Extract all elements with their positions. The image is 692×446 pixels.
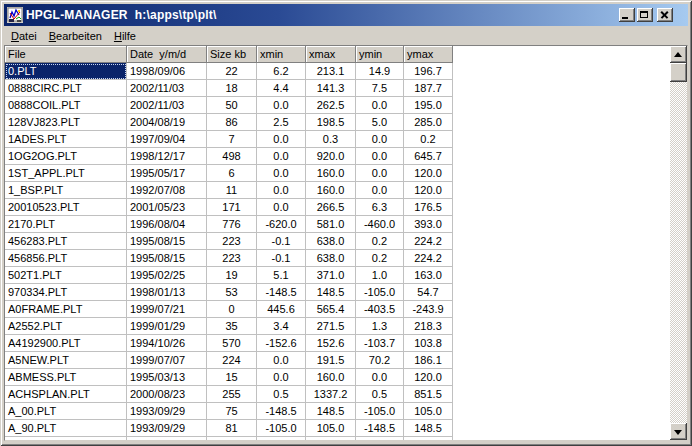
value-cell[interactable]: 0 — [207, 301, 257, 318]
scroll-down-button[interactable] — [670, 423, 687, 440]
value-cell[interactable]: 1995/05/17 — [127, 165, 207, 182]
value-cell[interactable]: 198.5 — [306, 114, 356, 131]
value-cell[interactable]: 0.5 — [356, 386, 404, 403]
value-cell[interactable]: 2002/11/03 — [127, 97, 207, 114]
value-cell[interactable]: 50 — [207, 97, 257, 114]
value-cell[interactable]: 141.3 — [306, 80, 356, 97]
value-cell[interactable]: 0.0 — [356, 369, 404, 386]
value-cell[interactable]: -460.0 — [356, 216, 404, 233]
file-cell[interactable]: 1_BSP.PLT — [5, 182, 127, 199]
value-cell[interactable]: 2001/05/23 — [127, 199, 207, 216]
value-cell[interactable]: 1995/03/13 — [127, 369, 207, 386]
value-cell[interactable]: 638.0 — [306, 250, 356, 267]
value-cell[interactable]: 1995/08/15 — [127, 233, 207, 250]
value-cell[interactable]: 160.0 — [306, 165, 356, 182]
value-cell[interactable]: 171 — [207, 199, 257, 216]
value-cell[interactable]: 1993/09/29 — [127, 403, 207, 420]
column-header-xmin[interactable]: xmin — [257, 46, 306, 63]
value-cell[interactable]: 195.0 — [404, 97, 453, 114]
value-cell[interactable]: 1999/07/07 — [127, 352, 207, 369]
value-cell[interactable]: 75 — [207, 403, 257, 420]
value-cell[interactable]: 223 — [207, 250, 257, 267]
value-cell[interactable]: 54.7 — [404, 284, 453, 301]
value-cell[interactable]: 1000.0 — [404, 437, 453, 440]
menu-item-bearbeiten[interactable]: Bearbeiten — [43, 28, 108, 44]
value-cell[interactable]: -105.0 — [257, 420, 306, 437]
value-cell[interactable]: 0.0 — [257, 131, 306, 148]
value-cell[interactable]: 223 — [207, 233, 257, 250]
value-cell[interactable]: 645.7 — [404, 148, 453, 165]
value-cell[interactable]: 1993/09/29 — [127, 420, 207, 437]
value-cell[interactable]: 1993/07/10 — [127, 437, 207, 440]
value-cell[interactable]: 638.0 — [306, 233, 356, 250]
value-cell[interactable]: 7 — [207, 131, 257, 148]
file-cell[interactable]: 0888COIL.PLT — [5, 97, 127, 114]
value-cell[interactable]: 3.4 — [257, 318, 306, 335]
value-cell[interactable]: 218.3 — [404, 318, 453, 335]
value-cell[interactable]: 120.0 — [404, 369, 453, 386]
value-cell[interactable]: 0.0 — [257, 369, 306, 386]
file-cell[interactable]: B_0.PLT — [5, 437, 127, 440]
value-cell[interactable]: -152.6 — [257, 335, 306, 352]
value-cell[interactable]: 0.0 — [257, 437, 306, 440]
value-cell[interactable]: 86 — [207, 114, 257, 131]
value-cell[interactable]: 5.0 — [356, 114, 404, 131]
value-cell[interactable]: 81 — [207, 420, 257, 437]
menu-item-hilfe[interactable]: Hilfe — [108, 28, 142, 44]
value-cell[interactable]: -148.5 — [257, 403, 306, 420]
value-cell[interactable]: 187.7 — [404, 80, 453, 97]
title-bar[interactable]: HPGL-MANAGER h:\apps\tp\plt\ — [4, 4, 688, 26]
value-cell[interactable]: 271.5 — [306, 318, 356, 335]
value-cell[interactable]: 0.0 — [257, 97, 306, 114]
value-cell[interactable]: 176.5 — [404, 199, 453, 216]
value-cell[interactable]: -103.7 — [356, 335, 404, 352]
column-header-file[interactable]: File — [5, 46, 127, 63]
value-cell[interactable]: 0.0 — [356, 182, 404, 199]
value-cell[interactable]: 148.5 — [306, 284, 356, 301]
value-cell[interactable]: 1996/08/04 — [127, 216, 207, 233]
value-cell[interactable]: 851.5 — [404, 386, 453, 403]
value-cell[interactable]: 920.0 — [306, 148, 356, 165]
value-cell[interactable]: 445.6 — [257, 301, 306, 318]
value-cell[interactable]: 191.5 — [306, 352, 356, 369]
value-cell[interactable]: 160.0 — [306, 182, 356, 199]
value-cell[interactable]: 0.0 — [356, 148, 404, 165]
close-button[interactable] — [657, 8, 673, 22]
value-cell[interactable]: 6.3 — [356, 199, 404, 216]
file-cell[interactable]: A0FRAME.PLT — [5, 301, 127, 318]
value-cell[interactable]: 1998/09/06 — [127, 63, 207, 80]
value-cell[interactable]: 120.0 — [404, 182, 453, 199]
value-cell[interactable]: -105.0 — [356, 284, 404, 301]
value-cell[interactable]: 18 — [207, 80, 257, 97]
value-cell[interactable]: 148.5 — [404, 420, 453, 437]
value-cell[interactable]: 213.1 — [306, 63, 356, 80]
value-cell[interactable]: 0.0 — [257, 352, 306, 369]
value-cell[interactable]: -148.5 — [356, 420, 404, 437]
value-cell[interactable]: 0.0 — [257, 165, 306, 182]
scroll-up-button[interactable] — [670, 46, 687, 63]
value-cell[interactable]: 152.6 — [306, 335, 356, 352]
file-cell[interactable]: 1OG2OG.PLT — [5, 148, 127, 165]
value-cell[interactable]: -105.0 — [356, 403, 404, 420]
file-cell[interactable]: 0.PLT — [5, 63, 127, 80]
value-cell[interactable]: -148.5 — [257, 284, 306, 301]
value-cell[interactable]: 2000/08/23 — [127, 386, 207, 403]
value-cell[interactable]: 0.2 — [356, 250, 404, 267]
value-cell[interactable]: 285.0 — [404, 114, 453, 131]
file-cell[interactable]: 1ADES.PLT — [5, 131, 127, 148]
file-cell[interactable]: 456283.PLT — [5, 233, 127, 250]
value-cell[interactable]: 224.2 — [404, 250, 453, 267]
value-cell[interactable]: -0.1 — [257, 233, 306, 250]
scrollbar-thumb[interactable] — [670, 63, 687, 82]
file-cell[interactable]: A_00.PLT — [5, 403, 127, 420]
value-cell[interactable]: 0.0 — [356, 97, 404, 114]
value-cell[interactable]: 1998/01/13 — [127, 284, 207, 301]
value-cell[interactable]: 224 — [207, 352, 257, 369]
value-cell[interactable]: 105.0 — [404, 403, 453, 420]
file-cell[interactable]: A5NEW.PLT — [5, 352, 127, 369]
value-cell[interactable]: 1.3 — [356, 318, 404, 335]
value-cell[interactable]: 565.4 — [306, 301, 356, 318]
column-header-ymin[interactable]: ymin — [356, 46, 404, 63]
value-cell[interactable]: 255 — [207, 386, 257, 403]
file-cell[interactable]: A_90.PLT — [5, 420, 127, 437]
